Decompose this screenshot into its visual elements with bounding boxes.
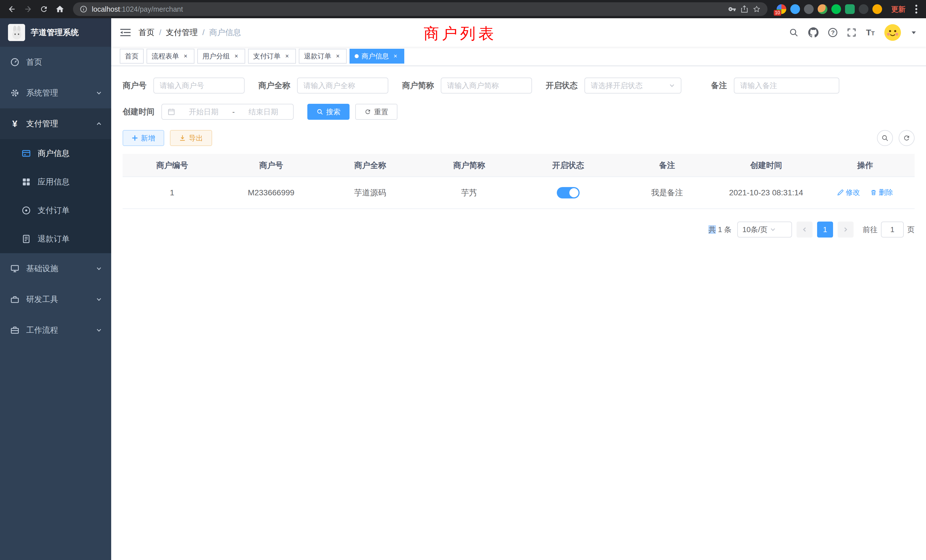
show-search-toggle-button[interactable]	[877, 130, 893, 146]
search-button[interactable]: 搜索	[307, 104, 350, 120]
page-size-select[interactable]: 10条/页	[737, 221, 792, 238]
refund-order-icon	[22, 235, 31, 244]
help-icon[interactable]: ?	[828, 28, 837, 37]
trash-icon	[870, 189, 877, 196]
browser-menu-icon[interactable]	[911, 5, 921, 14]
sidebar-item-home[interactable]: 首页	[0, 47, 111, 77]
close-icon[interactable]: ×	[283, 53, 291, 60]
search-button-label: 搜索	[326, 107, 340, 117]
font-size-icon[interactable]: TT	[866, 28, 875, 37]
edit-button[interactable]: 修改	[837, 188, 860, 197]
breadcrumb: 首页 / 支付管理 / 商户信息	[139, 27, 241, 38]
sidebar-item-refund-order[interactable]: 退款订单	[0, 225, 111, 253]
sidebar-item-label: 基础设施	[26, 263, 58, 274]
app-logo[interactable]: 芋道管理系统	[0, 18, 111, 47]
extension-smiley-icon[interactable]	[872, 4, 882, 14]
close-icon[interactable]: ×	[182, 53, 189, 60]
sidebar-item-merchant-info[interactable]: 商户信息	[0, 139, 111, 168]
sidebar-item-workflow[interactable]: 工作流程	[0, 315, 111, 345]
chevron-down-icon	[770, 226, 787, 233]
infrastructure-icon	[10, 264, 20, 273]
edit-button-label: 修改	[846, 188, 860, 197]
column-header-status: 开启状态	[519, 154, 617, 177]
sidebar-item-system[interactable]: 系统管理	[0, 77, 111, 108]
column-header-short-name: 商户简称	[420, 154, 519, 177]
date-range-picker[interactable]: 开始日期 - 结束日期	[161, 104, 294, 120]
export-button[interactable]: 导出	[170, 130, 212, 146]
browser-home-icon[interactable]	[53, 2, 67, 17]
pay-order-icon	[22, 206, 31, 215]
tab-label: 首页	[125, 51, 139, 61]
refresh-table-button[interactable]	[899, 130, 915, 146]
password-key-icon[interactable]	[728, 5, 736, 13]
extension-pin-icon[interactable]	[859, 4, 869, 14]
avatar-caret-icon[interactable]	[911, 29, 917, 36]
tab-merchant-info[interactable]: 商户信息×	[350, 49, 404, 64]
close-icon[interactable]: ×	[334, 53, 342, 60]
url-text: localhost:1024/pay/merchant	[92, 5, 183, 14]
reset-button[interactable]: 重置	[355, 104, 398, 120]
column-header-create-time: 创建时间	[717, 154, 816, 177]
breadcrumb-home[interactable]: 首页	[139, 27, 154, 38]
sidebar-item-infrastructure[interactable]: 基础设施	[0, 253, 111, 284]
status-select[interactable]: 请选择开启状态	[584, 77, 681, 94]
browser-back-icon[interactable]	[5, 2, 20, 17]
user-avatar[interactable]	[884, 24, 901, 41]
close-icon[interactable]: ×	[233, 53, 240, 60]
site-info-icon[interactable]	[80, 5, 87, 13]
tab-user-group[interactable]: 用户分组×	[197, 49, 245, 64]
sidebar-item-app-info[interactable]: 应用信息	[0, 168, 111, 196]
share-icon[interactable]	[741, 5, 748, 13]
field-label: 商户全称	[258, 80, 290, 91]
tab-refund-order[interactable]: 退款订单×	[299, 49, 346, 64]
merchant-no-input[interactable]	[153, 77, 245, 94]
extension-drop-icon[interactable]	[790, 4, 800, 14]
tab-home[interactable]: 首页	[120, 49, 144, 64]
short-name-input[interactable]	[441, 77, 532, 94]
browser-refresh-icon[interactable]	[36, 2, 51, 17]
status-toggle[interactable]	[557, 187, 580, 198]
sidebar-item-label: 支付订单	[38, 205, 70, 216]
page-number-1[interactable]: 1	[817, 221, 833, 238]
sidebar-item-devtools[interactable]: 研发工具	[0, 284, 111, 315]
delete-button-label: 删除	[879, 188, 893, 197]
browser-forward-icon[interactable]	[21, 2, 35, 17]
fullscreen-icon[interactable]	[847, 28, 856, 37]
cell-full-name: 芋道源码	[321, 177, 420, 209]
extension-colorful-icon[interactable]: 10	[776, 4, 786, 14]
github-icon[interactable]	[808, 27, 819, 38]
add-button[interactable]: 新增	[123, 130, 164, 146]
bookmark-star-icon[interactable]	[753, 5, 761, 13]
sidebar-item-payment[interactable]: ¥ 支付管理	[0, 108, 111, 139]
close-icon[interactable]: ×	[392, 53, 399, 60]
sidebar-item-label: 首页	[26, 57, 42, 68]
breadcrumb-payment[interactable]: 支付管理	[166, 27, 198, 38]
extension-green-note-icon[interactable]	[845, 4, 855, 14]
browser-address-bar[interactable]: localhost:1024/pay/merchant	[73, 2, 767, 16]
delete-button[interactable]: 删除	[870, 188, 893, 197]
remark-input[interactable]	[734, 77, 839, 94]
extension-green-check-icon[interactable]	[831, 4, 841, 14]
sidebar-toggle-icon[interactable]	[120, 28, 130, 37]
column-header-remark: 备注	[617, 154, 716, 177]
tab-pay-order[interactable]: 支付订单×	[248, 49, 296, 64]
extension-dark-icon[interactable]	[804, 4, 814, 14]
plus-icon	[132, 135, 138, 141]
tab-process-form[interactable]: 流程表单×	[147, 49, 194, 64]
cell-short-name: 芋艿	[420, 177, 519, 209]
start-date-placeholder: 开始日期	[180, 107, 228, 117]
next-page-button[interactable]	[838, 221, 853, 238]
extension-badge: 10	[774, 10, 781, 16]
sidebar-item-pay-order[interactable]: 支付订单	[0, 196, 111, 225]
column-header-actions: 操作	[816, 154, 915, 177]
merchant-name-input[interactable]	[297, 77, 388, 94]
browser-update-button[interactable]: 更新	[891, 5, 905, 14]
end-date-placeholder: 结束日期	[239, 107, 287, 117]
header-search-icon[interactable]	[789, 28, 799, 37]
breadcrumb-separator: /	[203, 28, 205, 37]
browser-chrome: localhost:1024/pay/merchant 10 更	[0, 0, 926, 18]
goto-page-input[interactable]	[881, 221, 904, 238]
devtools-icon	[10, 295, 20, 304]
extension-avatar-icon[interactable]	[818, 4, 828, 14]
prev-page-button[interactable]	[797, 221, 813, 238]
